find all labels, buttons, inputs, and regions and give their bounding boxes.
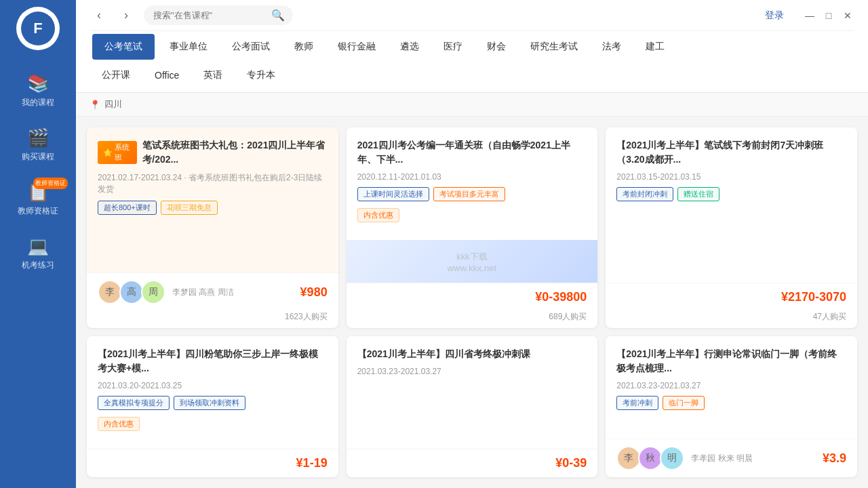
- card6-teacher-names: 李孝园 秋来 明晨: [691, 453, 753, 464]
- course-card-5[interactable]: 【2021川考上半年】四川省考终极冲刺课 2021.03.23-2021.03.…: [347, 336, 598, 477]
- card2-tag-discount: 内含优惠: [357, 208, 399, 222]
- card2-price: ¥0-39800: [535, 290, 587, 304]
- sidebar-item-teacher-cert[interactable]: 📋 教师资格证 教师资格证: [0, 172, 76, 226]
- login-button[interactable]: 登录: [765, 9, 784, 22]
- card1-title: 笔试系统班图书大礼包：2021四川上半年省考/202...: [142, 138, 327, 167]
- card3-tags: 考前封闭冲刺 赠送住宿: [616, 187, 846, 201]
- card5-footer: ¥0-39: [347, 449, 598, 477]
- card1-tag-0: 超长800+课时: [98, 201, 157, 215]
- card1-footer: 李 高 周 李梦园 高燕 周洁 ¥980: [87, 272, 338, 311]
- card2-footer: ¥0-39800: [347, 283, 598, 311]
- laptop-icon: 💻: [27, 236, 49, 257]
- card3-purchase-count: 47人购买: [606, 311, 857, 328]
- card3-date: 2021.03.15-2021.03.15: [616, 172, 846, 182]
- watermark-line1: kkk下载: [448, 250, 496, 262]
- card4-tag-0: 全真模拟专项提分: [98, 396, 170, 410]
- card5-header: 【2021川考上半年】四川省考终极冲刺课 2021.03.23-2021.03.…: [347, 336, 598, 449]
- search-box[interactable]: 🔍: [144, 5, 293, 25]
- sidebar-item-teacher-cert-label: 教师资格证: [18, 205, 58, 217]
- card3-tag-1: 赠送住宿: [677, 187, 719, 201]
- cat-english[interactable]: 英语: [191, 62, 235, 88]
- sidebar-item-exam-practice-label: 机考练习: [22, 260, 54, 271]
- course-grid: ⭐ 系统班 笔试系统班图书大礼包：2021四川上半年省考/202... 2021…: [76, 117, 868, 488]
- cat-postgraduate[interactable]: 研究生考试: [518, 34, 590, 60]
- card2-tags-2: 内含优惠: [357, 208, 587, 222]
- top-navigation: ‹ › 🔍 登录 — □ ✕ 公考笔试 事业单位 公考面试 教师 银行金融 遴选…: [76, 0, 868, 93]
- cat-college-upgrade[interactable]: 专升本: [235, 62, 288, 88]
- cat-civil-interview[interactable]: 公考面试: [220, 34, 282, 60]
- course-card-2[interactable]: 2021四川考公考编一年通关班（自由畅学2021上半年、下半... 2020.1…: [347, 127, 598, 328]
- cat-office[interactable]: Office: [142, 63, 191, 87]
- search-input[interactable]: [153, 10, 267, 20]
- location-text: 四川: [104, 98, 122, 110]
- card6-teachers: 李 秋 明 李孝园 秋来 明晨: [616, 446, 753, 470]
- book-icon: 📚: [27, 73, 49, 94]
- cat-law[interactable]: 法考: [590, 34, 633, 60]
- logo-inner: F: [21, 12, 55, 45]
- cat-selection[interactable]: 遴选: [388, 34, 431, 60]
- window-controls: — □ ✕: [803, 9, 854, 22]
- cat-finance[interactable]: 财会: [475, 34, 518, 60]
- sidebar-item-exam-practice[interactable]: 💻 机考练习: [0, 226, 76, 281]
- watermark-line2: www.kkx.net: [448, 262, 496, 272]
- logo-text: F: [33, 20, 42, 37]
- sidebar-item-my-courses-label: 我的课程: [22, 97, 54, 108]
- minimize-button[interactable]: —: [803, 9, 816, 22]
- card6-header: 【2021川考上半年】行测申论常识临门一脚（考前终极考点梳理... 2021.0…: [606, 336, 857, 439]
- card1-teachers: 李 高 周 李梦园 高燕 周洁: [98, 280, 234, 304]
- card6-footer: 李 秋 明 李孝园 秋来 明晨 ¥3.9: [606, 439, 857, 477]
- cat-medical[interactable]: 医疗: [431, 34, 475, 60]
- card5-price: ¥0-39: [555, 456, 587, 470]
- card6-price: ¥3.9: [823, 451, 846, 466]
- avatar-ming: 明: [660, 446, 684, 470]
- maximize-button[interactable]: □: [822, 9, 835, 22]
- card1-tag-1: 花呗三期免息: [161, 201, 218, 215]
- card2-tags: 上课时间灵活选择 考试项目多元丰富: [357, 187, 587, 201]
- card4-tags-2: 内含优惠: [98, 417, 328, 431]
- card1-purchase-count: 1623人购买: [87, 311, 338, 328]
- category-row-1: 公考笔试 事业单位 公考面试 教师 银行金融 遴选 医疗 财会 研究生考试 法考…: [90, 30, 854, 62]
- sidebar-item-buy-courses-label: 购买课程: [22, 151, 54, 163]
- card2-tag-1: 考试项目多元丰富: [433, 187, 505, 201]
- cat-teacher[interactable]: 教师: [282, 34, 326, 60]
- course-card-3[interactable]: 【2021川考上半年】笔试线下考前封闭7天冲刺班（3.20成都开... 2021…: [606, 127, 857, 328]
- card4-date: 2021.03.20-2021.03.25: [98, 381, 328, 390]
- close-button[interactable]: ✕: [841, 9, 854, 22]
- card6-date: 2021.03.23-2021.03.27: [616, 381, 846, 390]
- cat-banking[interactable]: 银行金融: [326, 34, 388, 60]
- card3-title: 【2021川考上半年】笔试线下考前封闭7天冲刺班（3.20成都开...: [616, 138, 846, 167]
- card4-price: ¥1-19: [296, 456, 328, 470]
- card1-teacher-names: 李梦园 高燕 周洁: [172, 287, 234, 298]
- cat-open-class[interactable]: 公开课: [90, 62, 142, 88]
- card4-tag-1: 到场领取冲刺资料: [174, 396, 245, 410]
- sidebar: F 📚 我的课程 🎬 购买课程 📋 教师资格证 教师资格证 💻 机考练习: [0, 0, 76, 488]
- card3-footer: ¥2170-3070: [606, 283, 857, 311]
- card1-tags: 超长800+课时 花呗三期免息: [98, 201, 328, 215]
- course-card-4[interactable]: 【2021川考上半年】四川粉笔助你三步上岸一终极模考大赛+模... 2021.0…: [87, 336, 338, 477]
- cat-civil-written[interactable]: 公考笔试: [92, 34, 155, 60]
- location-pin-icon: 📍: [90, 100, 100, 110]
- cat-construction[interactable]: 建工: [633, 34, 677, 60]
- sidebar-item-buy-courses[interactable]: 🎬 购买课程: [0, 118, 76, 172]
- card1-price: ¥980: [300, 285, 328, 300]
- back-arrow[interactable]: ‹: [90, 6, 108, 25]
- sidebar-item-my-courses[interactable]: 📚 我的课程: [0, 64, 76, 118]
- top-row: ‹ › 🔍 登录 — □ ✕: [90, 0, 854, 30]
- card6-tags: 考前冲刺 临门一脚: [616, 396, 846, 410]
- card4-header: 【2021川考上半年】四川粉笔助你三步上岸一终极模考大赛+模... 2021.0…: [87, 336, 338, 449]
- card3-price: ¥2170-3070: [781, 290, 846, 304]
- app-logo[interactable]: F: [16, 7, 60, 50]
- cat-institution[interactable]: 事业单位: [157, 34, 220, 60]
- avatar-li2: 李: [616, 446, 641, 470]
- card6-tag-0: 考前冲刺: [616, 396, 658, 410]
- card3-tag-0: 考前封闭冲刺: [616, 187, 673, 201]
- course-card-1[interactable]: ⭐ 系统班 笔试系统班图书大礼包：2021四川上半年省考/202... 2021…: [87, 127, 338, 328]
- card2-header: 2021四川考公考编一年通关班（自由畅学2021上半年、下半... 2020.1…: [347, 127, 598, 240]
- location-bar: 📍 四川: [76, 93, 868, 117]
- course-card-6[interactable]: 【2021川考上半年】行测申论常识临门一脚（考前终极考点梳理... 2021.0…: [606, 336, 857, 477]
- card4-title: 【2021川考上半年】四川粉笔助你三步上岸一终极模考大赛+模...: [98, 347, 328, 375]
- card6-tag-1: 临门一脚: [663, 396, 705, 410]
- search-icon[interactable]: 🔍: [271, 9, 285, 22]
- forward-arrow[interactable]: ›: [117, 6, 136, 25]
- card1-header: ⭐ 系统班 笔试系统班图书大礼包：2021四川上半年省考/202... 2021…: [87, 127, 338, 272]
